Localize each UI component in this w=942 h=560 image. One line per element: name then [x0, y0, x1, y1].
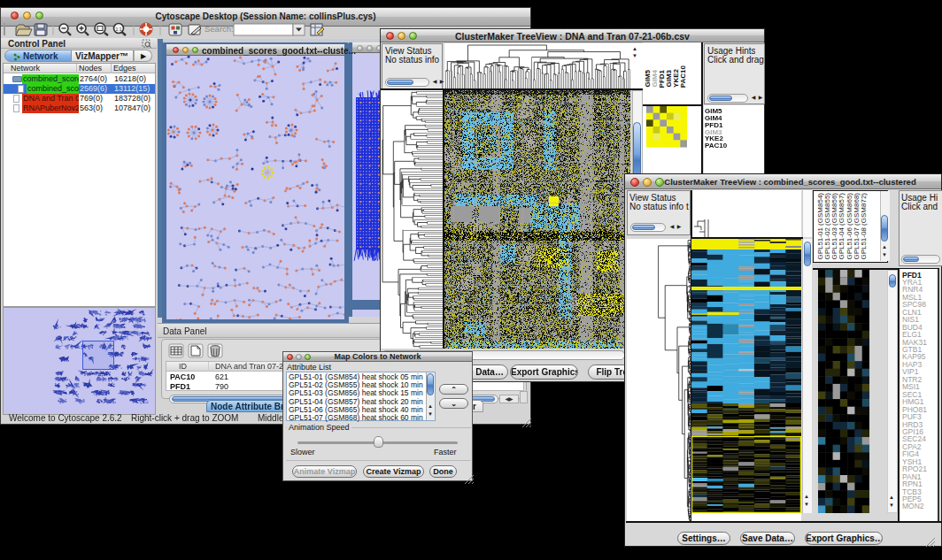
svg-text:1:1: 1:1 [116, 27, 122, 32]
svg-text:Search:: Search: [205, 24, 234, 34]
